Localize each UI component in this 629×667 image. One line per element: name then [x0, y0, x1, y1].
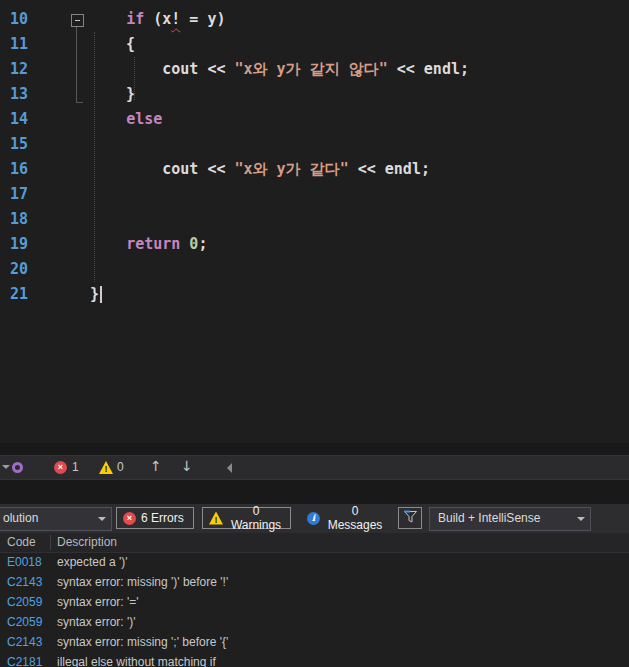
code-token: =	[180, 10, 207, 28]
error-count: 1	[72, 460, 79, 474]
messages-button-label: 0 Messages	[325, 504, 385, 532]
error-code-link[interactable]: C2143	[7, 632, 42, 652]
indent-guide	[134, 57, 135, 100]
line-number: 20	[0, 257, 28, 282]
error-list-panel: olution × 6 Errors ! 0 Warnings i 0 Mess…	[0, 504, 629, 667]
info-icon: i	[307, 512, 320, 525]
code-token: )	[216, 10, 225, 28]
fold-collapse-icon[interactable]	[71, 14, 84, 27]
scroll-left-icon[interactable]	[227, 463, 232, 473]
source-dropdown-value: Build + IntelliSense	[438, 511, 540, 525]
error-code-link[interactable]: C2181	[7, 652, 42, 667]
code-token: <<	[388, 60, 424, 78]
code-text: else	[90, 107, 162, 132]
filter-button[interactable]	[398, 507, 422, 529]
error-row[interactable]: C2143syntax error: missing ';' before '{…	[0, 632, 629, 652]
code-token: endl	[385, 160, 421, 178]
line-number: 13	[0, 82, 28, 107]
code-token: if	[126, 10, 144, 28]
messages-filter-button[interactable]: i 0 Messages	[300, 507, 392, 529]
code-token	[90, 160, 162, 178]
scope-dropdown-value: olution	[3, 511, 38, 525]
line-number: 10	[0, 7, 28, 32]
next-issue-arrow-icon[interactable]: ↓	[181, 458, 193, 474]
error-code-link[interactable]: C2143	[7, 572, 42, 592]
code-token: cout	[162, 60, 198, 78]
error-description: expected a ')'	[57, 552, 128, 572]
error-table-header: Code Description	[0, 533, 629, 553]
code-token: cout	[162, 160, 198, 178]
code-token: endl	[424, 60, 460, 78]
code-text: cout << "x와 y가 같지 않다" << endl;	[90, 57, 469, 82]
line-number: 18	[0, 207, 28, 232]
gear-icon[interactable]	[12, 462, 23, 473]
code-token: }	[90, 85, 135, 103]
warning-icon: !	[209, 512, 223, 525]
code-token: }	[90, 285, 99, 303]
code-text: if (x! = y)	[90, 7, 225, 32]
errors-filter-button[interactable]: × 6 Errors	[116, 507, 194, 529]
code-token	[90, 10, 126, 28]
errors-button-label: 6 Errors	[141, 511, 184, 525]
indent-guide	[94, 32, 95, 282]
error-icon: ×	[123, 512, 136, 525]
line-number: 16	[0, 157, 28, 182]
chevron-down-icon[interactable]	[2, 465, 10, 469]
warning-icon[interactable]: !	[99, 461, 113, 474]
error-code-link[interactable]: C2059	[7, 592, 42, 612]
error-row[interactable]: C2181illegal else without matching if	[0, 652, 629, 667]
code-token: <<	[349, 160, 385, 178]
code-text: cout << "x와 y가 같다" << endl;	[90, 157, 430, 182]
column-header-description[interactable]: Description	[57, 533, 117, 552]
funnel-icon	[403, 510, 418, 527]
code-token: "x와 y가 같지 않다"	[235, 60, 388, 78]
code-token: return	[126, 235, 180, 253]
code-line[interactable]: 10 if (x! = y)	[0, 7, 629, 32]
error-rows: E0018expected a ')'C2143syntax error: mi…	[0, 552, 629, 667]
code-token: {	[90, 35, 135, 53]
code-line[interactable]: 21}	[0, 282, 629, 307]
error-row[interactable]: C2143syntax error: missing ')' before '!…	[0, 572, 629, 592]
error-row[interactable]: C2059syntax error: ')'	[0, 612, 629, 632]
warnings-button-label: 0 Warnings	[228, 504, 284, 532]
error-code-link[interactable]: E0018	[7, 552, 42, 572]
line-number: 15	[0, 132, 28, 157]
error-description: syntax error: '='	[57, 592, 139, 612]
code-token	[90, 110, 126, 128]
text-cursor	[100, 286, 102, 303]
code-token: <<	[198, 60, 234, 78]
column-divider[interactable]	[50, 535, 51, 550]
code-text: }	[90, 282, 102, 307]
code-token: else	[126, 110, 162, 128]
error-row[interactable]: C2059syntax error: '='	[0, 592, 629, 612]
line-number: 14	[0, 107, 28, 132]
editor-status-strip: × 1 ! 0 ↑ ↓	[0, 455, 629, 480]
error-icon[interactable]: ×	[54, 461, 67, 474]
code-token: !	[171, 10, 180, 28]
minus-glyph	[75, 20, 80, 21]
code-text: return 0;	[90, 232, 207, 257]
line-number: 17	[0, 182, 28, 207]
code-token: "x와 y가 같다"	[235, 160, 349, 178]
fold-region-line	[76, 26, 83, 103]
error-description: syntax error: ')'	[57, 612, 136, 632]
line-number: 11	[0, 32, 28, 57]
source-dropdown[interactable]: Build + IntelliSense	[429, 507, 591, 531]
code-text: }	[90, 82, 135, 107]
column-header-code[interactable]: Code	[7, 533, 36, 552]
error-description: syntax error: missing ';' before '{'	[57, 632, 228, 652]
warnings-filter-button[interactable]: ! 0 Warnings	[202, 507, 291, 529]
error-row[interactable]: E0018expected a ')'	[0, 552, 629, 572]
code-token	[90, 235, 126, 253]
error-list-toolbar: olution × 6 Errors ! 0 Warnings i 0 Mess…	[0, 504, 629, 534]
code-editor[interactable]: 910 if (x! = y)11 {12 cout << "x와 y가 같지 …	[0, 0, 629, 443]
warning-count: 0	[117, 460, 124, 474]
scope-dropdown[interactable]: olution	[0, 507, 112, 531]
code-line[interactable]: 9	[0, 0, 629, 7]
error-code-link[interactable]: C2059	[7, 612, 42, 632]
previous-issue-arrow-icon[interactable]: ↑	[150, 458, 162, 474]
code-token: <<	[198, 160, 234, 178]
code-token	[90, 60, 162, 78]
line-number: 9	[0, 0, 28, 7]
code-token: ;	[460, 60, 469, 78]
